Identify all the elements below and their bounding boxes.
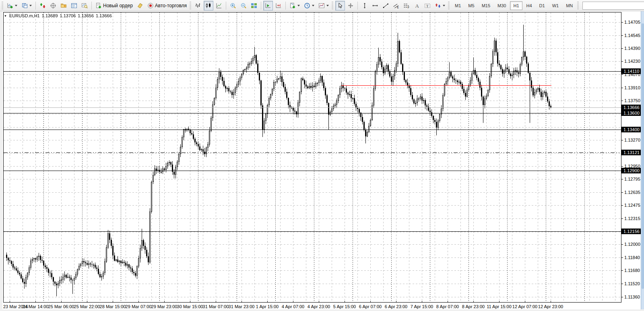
time-axis-label: 1 Apr 15:00 xyxy=(256,304,279,309)
dropdown-arrow-icon[interactable] xyxy=(15,5,17,8)
hline-icon xyxy=(372,2,378,9)
chart-window: ▼ EURUSD.m,H1 1.13689 1.13706 1.13656 1.… xyxy=(0,11,641,311)
time-axis-label: 7 Apr 15:00 xyxy=(411,304,433,309)
line-chart-mode-button[interactable] xyxy=(214,1,224,10)
price-axis-label: 1.14705 xyxy=(624,20,640,25)
time-axis[interactable]: 23 Mar 201624 Mar 14:0025 Mar 06:0025 Ma… xyxy=(2,303,624,310)
price-axis-tick xyxy=(621,179,623,179)
vertical-scrollbar[interactable] xyxy=(641,11,644,311)
toolbar-grip[interactable] xyxy=(448,2,450,10)
dropdown-arrow-icon[interactable] xyxy=(29,5,32,8)
bars-icon xyxy=(195,2,201,9)
dropdown-arrow-icon[interactable] xyxy=(297,5,300,8)
toolbar-separator xyxy=(91,2,92,10)
svg-text:E: E xyxy=(397,6,399,8)
strategy-tester-button[interactable] xyxy=(80,1,89,10)
tf-h1-button[interactable]: H1 xyxy=(510,1,522,10)
trendline-tool-button[interactable] xyxy=(381,1,390,10)
data-window-button[interactable] xyxy=(48,1,58,10)
toolbar-separator xyxy=(261,2,261,10)
time-axis-label: 6 Apr 07:00 xyxy=(359,304,382,309)
market-watch-icon xyxy=(39,2,46,9)
tf-m1-button[interactable]: M1 xyxy=(452,1,464,10)
search-box[interactable] xyxy=(582,2,644,10)
dropdown-arrow-icon[interactable] xyxy=(443,5,445,8)
chart-canvas[interactable] xyxy=(3,12,621,303)
text-tool-button[interactable]: A xyxy=(412,1,422,10)
fibonacci-tool-button[interactable]: F xyxy=(402,1,411,10)
price-axis-label: 1.13270 xyxy=(624,138,640,143)
price-axis-label: 1.11520 xyxy=(624,281,640,286)
price-axis-tick xyxy=(621,218,623,219)
indicators-list-button[interactable] xyxy=(288,1,301,10)
dropdown-arrow-icon[interactable] xyxy=(326,5,329,8)
chart-dropdown-icon[interactable]: ▼ xyxy=(4,14,7,17)
auto-trading-button[interactable]: Авто-торговля xyxy=(146,1,188,10)
text-label-tool-button[interactable]: T xyxy=(423,1,432,10)
terminal-button[interactable] xyxy=(69,1,79,10)
navigator-button[interactable] xyxy=(59,1,68,10)
arrows-tool-button[interactable] xyxy=(433,1,447,10)
zoom-in-button[interactable] xyxy=(228,1,238,10)
channel-icon: E xyxy=(393,2,399,9)
price-axis-tick xyxy=(621,270,623,271)
tf-h4-button[interactable]: H4 xyxy=(523,1,535,10)
toolbar-right: 5 xyxy=(576,2,644,10)
tf-d1-button[interactable]: D1 xyxy=(536,1,548,10)
tile-windows-button[interactable] xyxy=(249,1,259,10)
time-axis-label: 29 Mar 07:00 xyxy=(126,304,152,309)
chart-profiles-button[interactable] xyxy=(20,1,33,10)
new-order-icon xyxy=(95,2,102,9)
toolbar-groups: Новый ордерАвто-торговляEFATM1M5M15M30H1… xyxy=(1,0,576,11)
zoom-in-icon xyxy=(230,2,236,9)
toolbar-grip[interactable] xyxy=(190,2,191,10)
cursor-tool-button[interactable] xyxy=(335,1,345,10)
auto-trading-label: Авто-торговля xyxy=(155,3,187,8)
bar-chart-mode-button[interactable] xyxy=(193,1,203,10)
chart-shift-button[interactable] xyxy=(274,1,283,10)
toolbar-separator xyxy=(226,2,226,10)
vertical-line-tool-button[interactable] xyxy=(360,1,369,10)
tf-m30-label: M30 xyxy=(497,3,506,8)
candlestick-mode-button[interactable] xyxy=(204,1,213,10)
dropdown-arrow-icon[interactable] xyxy=(312,5,314,8)
toolbar-separator xyxy=(285,2,286,10)
crosshair-tool-button[interactable] xyxy=(346,1,355,10)
new-chart-button[interactable] xyxy=(5,1,19,10)
data-window-icon xyxy=(50,2,56,9)
tf-m15-button[interactable]: M15 xyxy=(479,1,493,10)
tf-mn-button[interactable]: MN xyxy=(563,1,576,10)
navigator-icon xyxy=(60,2,67,9)
svg-text:T: T xyxy=(426,4,429,8)
horizontal-line-tool-button[interactable] xyxy=(370,1,380,10)
market-watch-button[interactable] xyxy=(38,1,47,10)
auto-scroll-button[interactable] xyxy=(263,1,273,10)
tf-h4-label: H4 xyxy=(526,3,532,8)
price-axis-label: 1.13750 xyxy=(624,98,640,103)
chart-low-value: 1.13656 xyxy=(78,13,94,18)
price-axis-label: 1.14545 xyxy=(624,33,640,38)
price-axis[interactable]: 1.147051.145451.143901.142301.140701.139… xyxy=(621,12,642,308)
toolbar-grip[interactable] xyxy=(577,2,579,10)
new-order-button[interactable]: Новый ордер xyxy=(94,1,134,10)
tf-w1-button[interactable]: W1 xyxy=(549,1,562,10)
chart-open-value: 1.13689 xyxy=(42,13,58,18)
crosshair-icon xyxy=(347,2,354,9)
tiles-icon xyxy=(251,2,257,9)
tf-m30-button[interactable]: M30 xyxy=(494,1,509,10)
toolbar-separator xyxy=(357,2,358,10)
cursor-icon xyxy=(337,2,343,9)
zoom-out-button[interactable] xyxy=(239,1,248,10)
svg-text:F: F xyxy=(408,6,409,9)
equidistant-channel-tool-button[interactable]: E xyxy=(391,1,401,10)
metaeditor-button[interactable] xyxy=(135,1,145,10)
new-order-label: Новый ордер xyxy=(103,3,133,8)
scrollbar-thumb[interactable] xyxy=(642,23,644,289)
tf-m5-button[interactable]: M5 xyxy=(465,1,477,10)
search-input[interactable] xyxy=(584,3,644,8)
tf-mn-label: MN xyxy=(566,3,573,8)
toolbar-grip[interactable] xyxy=(332,2,333,10)
periods-list-button[interactable] xyxy=(302,1,316,10)
templates-button[interactable] xyxy=(317,1,330,10)
toolbar-grip[interactable] xyxy=(2,2,3,10)
